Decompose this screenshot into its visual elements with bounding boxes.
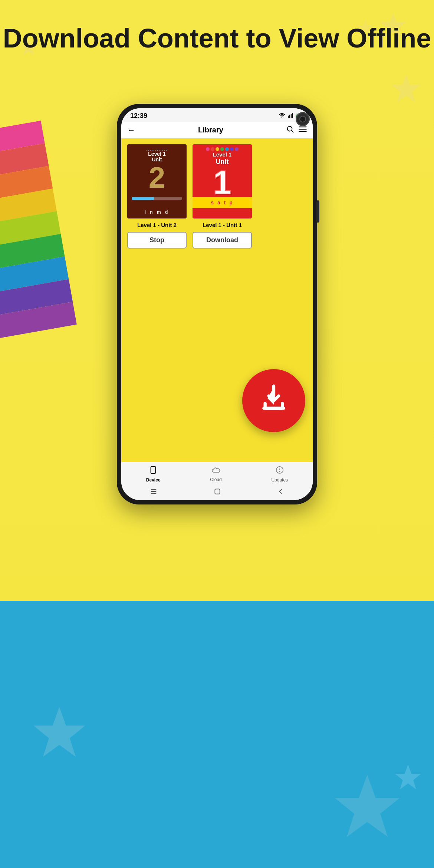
progress-bar-container [132,197,182,200]
svg-line-16 [292,131,293,132]
svg-rect-19 [299,131,306,132]
download-button[interactable]: Download [193,232,252,249]
book-subtitle-2: i n m d [145,210,170,215]
status-bar: 12:39 [121,108,313,122]
system-home-button[interactable] [214,488,221,497]
dot-pink [206,147,210,151]
star-blue-left [30,703,89,764]
svg-rect-28 [215,489,220,494]
wifi-icon [279,113,285,119]
svg-rect-8 [288,115,289,118]
system-back-button[interactable] [277,488,285,497]
svg-rect-20 [151,467,156,473]
phone-screen: 12:39 [121,108,313,500]
device-icon [149,466,157,476]
phone-outer-shell: 12:39 [117,104,317,504]
svg-rect-11 [292,113,293,118]
book-title-unit1: Level 1 - Unit 1 [203,221,242,229]
page-title-area: Download Content to View Offline [0,22,434,54]
star-blue-right-small [393,763,423,794]
book-cover-unit1[interactable]: Level 1 Unit 1 s a t p [193,144,252,218]
phone-side-button [316,200,319,223]
header-title: Library [140,126,282,134]
search-button[interactable] [286,125,294,135]
download-fab[interactable] [242,369,305,432]
nav-cloud[interactable]: Cloud [210,466,221,482]
system-nav-bar [121,485,313,500]
book-dots-row [206,147,239,151]
page-title: Download Content to View Offline [0,22,434,54]
progress-bar-fill [132,197,154,200]
status-time: 12:39 [130,112,147,120]
book-subtitle-1: s a t p [211,200,233,206]
star-right-med [389,72,423,107]
book-grid: ............ Level 1Unit 2 i n m d Level… [127,144,307,249]
book-title-unit2: Level 1 - Unit 2 [137,221,177,229]
phone-camera [296,112,310,126]
svg-rect-17 [299,126,306,127]
signal-icon [287,113,293,119]
book-cover-unit2[interactable]: ............ Level 1Unit 2 i n m d [127,144,187,218]
updates-icon [276,466,284,476]
book-level-1: Level 1 [213,152,232,158]
dot-purple [230,147,234,151]
book-yellow-bar: s a t p [193,197,252,208]
app-header: ← Library [121,122,313,138]
nav-updates[interactable]: Updates [271,466,288,483]
svg-rect-9 [289,115,290,118]
nav-updates-label: Updates [271,477,288,483]
menu-button[interactable] [299,126,307,134]
download-arrow-icon [259,384,289,418]
dot-yellow [216,147,219,151]
nav-device[interactable]: Device [146,466,161,483]
dot-blue [225,147,229,151]
system-recents-button[interactable] [149,488,158,497]
svg-point-15 [287,126,292,131]
dot-red [211,147,214,151]
svg-marker-3 [392,75,421,102]
svg-marker-5 [335,775,400,837]
app-content: ............ Level 1Unit 2 i n m d Level… [121,138,313,462]
svg-point-24 [279,471,280,471]
stop-button[interactable]: Stop [127,232,187,249]
cloud-icon [211,466,220,476]
phone-mockup: 12:39 [117,104,317,504]
dot-violet [235,147,239,151]
book-number-2: 2 [149,163,165,193]
svg-marker-6 [395,765,421,789]
svg-rect-10 [291,114,292,118]
book-item-unit2: ............ Level 1Unit 2 i n m d Level… [127,144,187,249]
svg-marker-4 [33,707,85,757]
camera-lens [299,116,306,122]
nav-cloud-label: Cloud [210,477,221,482]
back-button[interactable]: ← [127,125,135,135]
book-number-1: 1 [213,166,231,199]
book-item-unit1: Level 1 Unit 1 s a t p Level 1 - Unit 1 … [193,144,252,249]
bottom-nav: Device Cloud [121,462,313,485]
svg-point-7 [282,117,282,118]
svg-rect-18 [299,129,306,129]
dot-green [220,147,224,151]
nav-device-label: Device [146,477,161,483]
